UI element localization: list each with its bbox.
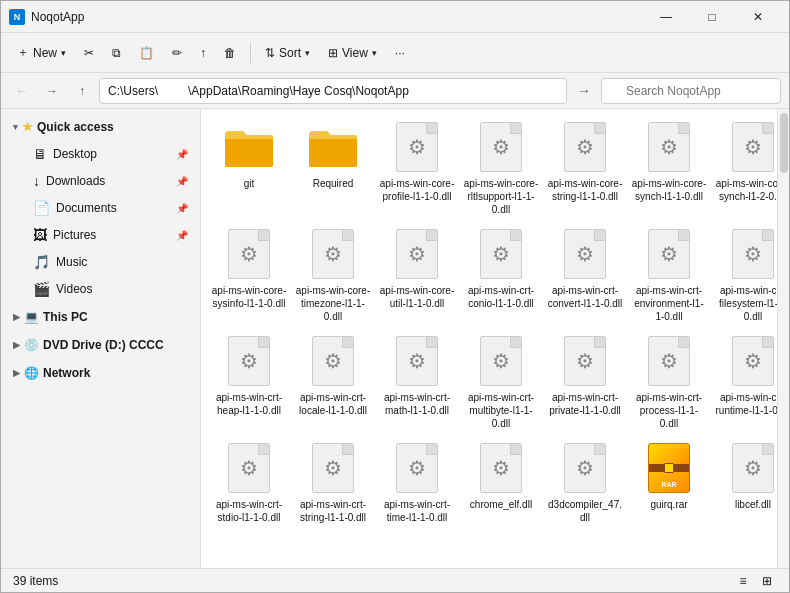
list-item[interactable]: ⚙ d3dcompiler_47.dll <box>545 438 625 528</box>
this-pc-icon: 💻 <box>24 310 39 324</box>
list-item[interactable]: ⚙ api-ms-win-crt-locale-l1-1-0.dll <box>293 331 373 434</box>
dvd-section: ▶ 💿 DVD Drive (D:) CCCC <box>1 332 200 358</box>
file-label: api-ms-win-crt-string-l1-1-0.dll <box>295 498 371 524</box>
list-item[interactable]: ⚙ libcef.dll <box>713 438 777 528</box>
view-button[interactable]: ⊞ View ▾ <box>320 38 385 68</box>
sidebar-item-videos[interactable]: 🎬 Videos <box>5 276 196 302</box>
list-item[interactable]: ⚙ api-ms-win-crt-stdio-l1-1-0.dll <box>209 438 289 528</box>
sidebar-item-music[interactable]: 🎵 Music <box>5 249 196 275</box>
toolbar: ＋ New ▾ ✂ ⧉ 📋 ✏ ↑ 🗑 ⇅ Sort ▾ ⊞ View <box>1 33 789 73</box>
list-item[interactable]: ⚙ api-ms-win-crt-process-l1-1-0.dll <box>629 331 709 434</box>
list-item[interactable]: ⚙ api-ms-win-crt-conio-l1-1-0.dll <box>461 224 541 327</box>
go-button[interactable]: → <box>571 78 597 104</box>
gear-icon: ⚙ <box>240 456 258 480</box>
list-item[interactable]: ⚙ api-ms-win-crt-private-l1-1-0.dll <box>545 331 625 434</box>
list-item[interactable]: ⚙ api-ms-win-crt-math-l1-1-0.dll <box>377 331 457 434</box>
share-button[interactable]: ↑ <box>192 38 214 68</box>
sidebar-item-desktop[interactable]: 🖥 Desktop 📌 <box>5 141 196 167</box>
desktop-icon: 🖥 <box>33 146 47 162</box>
copy-button[interactable]: ⧉ <box>104 38 129 68</box>
list-item[interactable]: RAR guirq.rar <box>629 438 709 528</box>
dll-icon: ⚙ <box>307 228 359 280</box>
list-item[interactable]: ⚙ api-ms-win-crt-string-l1-1-0.dll <box>293 438 373 528</box>
sort-chevron-icon: ▾ <box>305 48 310 58</box>
network-icon: 🌐 <box>24 366 39 380</box>
network-header[interactable]: ▶ 🌐 Network <box>5 360 196 386</box>
forward-button[interactable]: → <box>39 78 65 104</box>
file-label: chrome_elf.dll <box>470 498 532 511</box>
quick-access-header[interactable]: ▾ ★ Quick access <box>5 114 196 140</box>
file-label: api-ms-win-crt-filesystem-l1-1-0.dll <box>715 284 777 323</box>
more-button[interactable]: ··· <box>387 38 413 68</box>
list-item[interactable]: ⚙ api-ms-win-crt-multibyte-l1-1-0.dll <box>461 331 541 434</box>
rename-button[interactable]: ✏ <box>164 38 190 68</box>
delete-button[interactable]: 🗑 <box>216 38 244 68</box>
this-pc-header[interactable]: ▶ 💻 This PC <box>5 304 196 330</box>
list-item[interactable]: ⚙ api-ms-win-core-rltlsupport-l1-1-0.dll <box>461 117 541 220</box>
file-grid: git Required ⚙ api-ms-win-core-profile-l… <box>209 117 769 528</box>
list-item[interactable]: ⚙ api-ms-win-core-util-l1-1-0.dll <box>377 224 457 327</box>
rename-icon: ✏ <box>172 46 182 60</box>
sort-icon: ⇅ <box>265 46 275 60</box>
file-label: api-ms-win-crt-multibyte-l1-1-0.dll <box>463 391 539 430</box>
list-view-button[interactable]: ≡ <box>733 571 753 591</box>
window-controls: — □ ✕ <box>643 1 781 33</box>
list-item[interactable]: ⚙ chrome_elf.dll <box>461 438 541 528</box>
maximize-button[interactable]: □ <box>689 1 735 33</box>
list-item[interactable]: ⚙ api-ms-win-core-synch-l1-1-0.dll <box>629 117 709 220</box>
file-label: guirq.rar <box>650 498 687 511</box>
cut-button[interactable]: ✂ <box>76 38 102 68</box>
pin-icon-pics: 📌 <box>176 230 188 241</box>
dll-icon: ⚙ <box>727 335 777 387</box>
up-button[interactable]: ↑ <box>69 78 95 104</box>
list-item[interactable]: ⚙ api-ms-win-core-sysinfo-l1-1-0.dll <box>209 224 289 327</box>
new-button[interactable]: ＋ New ▾ <box>9 38 74 68</box>
sidebar-item-documents[interactable]: 📄 Documents 📌 <box>5 195 196 221</box>
dll-icon: ⚙ <box>307 442 359 494</box>
view-controls: ≡ ⊞ <box>733 571 777 591</box>
delete-icon: 🗑 <box>224 46 236 60</box>
rar-icon: RAR <box>643 442 695 494</box>
address-input[interactable] <box>99 78 567 104</box>
file-label: api-ms-win-core-util-l1-1-0.dll <box>379 284 455 310</box>
file-label: api-ms-win-core-rltlsupport-l1-1-0.dll <box>463 177 539 216</box>
gear-icon: ⚙ <box>744 456 762 480</box>
list-item[interactable]: ⚙ api-ms-win-crt-heap-l1-1-0.dll <box>209 331 289 434</box>
gear-icon: ⚙ <box>576 349 594 373</box>
dll-icon: ⚙ <box>559 442 611 494</box>
sort-button[interactable]: ⇅ Sort ▾ <box>257 38 318 68</box>
item-count: 39 items <box>13 574 58 588</box>
network-chevron: ▶ <box>13 368 20 378</box>
list-item[interactable]: ⚙ api-ms-win-core-profile-l1-1-0.dll <box>377 117 457 220</box>
quick-access-section: ▾ ★ Quick access 🖥 Desktop 📌 ↓ Downloads… <box>1 114 200 302</box>
grid-view-button[interactable]: ⊞ <box>757 571 777 591</box>
dll-icon: ⚙ <box>475 442 527 494</box>
paste-button[interactable]: 📋 <box>131 38 162 68</box>
sidebar-item-downloads[interactable]: ↓ Downloads 📌 <box>5 168 196 194</box>
file-label: api-ms-win-crt-process-l1-1-0.dll <box>631 391 707 430</box>
right-scrollbar[interactable] <box>777 109 789 568</box>
sidebar-item-pictures[interactable]: 🖼 Pictures 📌 <box>5 222 196 248</box>
list-item[interactable]: ⚙ api-ms-win-crt-environment-l1-1-0.dll <box>629 224 709 327</box>
window-title: NoqotApp <box>31 10 643 24</box>
list-item[interactable]: ⚙ api-ms-win-crt-filesystem-l1-1-0.dll <box>713 224 777 327</box>
list-item[interactable]: ⚙ api-ms-win-crt-runtime-l1-1-0.dll <box>713 331 777 434</box>
list-item[interactable]: ⚙ api-ms-win-core-string-l1-1-0.dll <box>545 117 625 220</box>
plus-icon: ＋ <box>17 44 29 61</box>
list-item[interactable]: git <box>209 117 289 220</box>
dvd-icon: 💿 <box>24 338 39 352</box>
back-button[interactable]: ← <box>9 78 35 104</box>
close-button[interactable]: ✕ <box>735 1 781 33</box>
list-item[interactable]: ⚙ api-ms-win-crt-time-l1-1-0.dll <box>377 438 457 528</box>
music-icon: 🎵 <box>33 254 50 270</box>
dvd-chevron: ▶ <box>13 340 20 350</box>
title-bar: N NoqotApp — □ ✕ <box>1 1 789 33</box>
dvd-header[interactable]: ▶ 💿 DVD Drive (D:) CCCC <box>5 332 196 358</box>
list-item[interactable]: ⚙ api-ms-win-core-timezone-l1-1-0.dll <box>293 224 373 327</box>
quick-access-chevron: ▾ <box>13 122 18 132</box>
list-item[interactable]: ⚙ api-ms-win-crt-convert-l1-1-0.dll <box>545 224 625 327</box>
list-item[interactable]: Required <box>293 117 373 220</box>
list-item[interactable]: ⚙ api-ms-win-core-synch-l1-2-0.dll <box>713 117 777 220</box>
search-input[interactable] <box>601 78 781 104</box>
minimize-button[interactable]: — <box>643 1 689 33</box>
